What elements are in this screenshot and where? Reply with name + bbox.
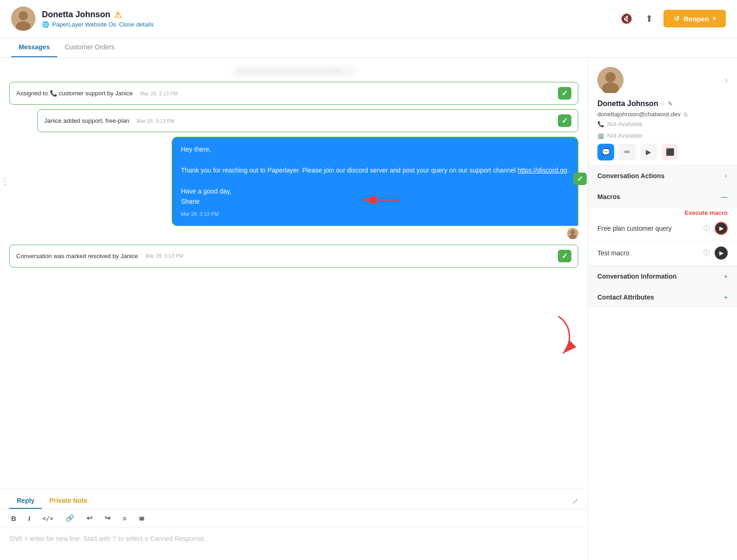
check-badge-janice: ✓	[558, 114, 571, 127]
building-icon: 🏢	[597, 133, 604, 139]
macro-1-run-button[interactable]: ▶	[715, 222, 728, 235]
event-assigned-text: Assigned to 📞 customer support by Janice…	[16, 90, 178, 97]
view-previous-button[interactable]: ▶	[640, 144, 657, 160]
contact-avatar	[597, 67, 623, 93]
unordered-list-button[interactable]: ≡	[121, 513, 129, 523]
copy-email-icon[interactable]: ⧉	[683, 111, 688, 118]
contact-email-value: donettajohnson@chatwoot.dev	[597, 111, 681, 118]
macro-1-actions: ⓘ ▶	[704, 222, 728, 235]
new-conversation-button[interactable]: 💬	[597, 144, 614, 160]
svg-point-1	[19, 11, 28, 20]
contact-action-buttons: 💬 ✏ ▶ ⬛	[597, 144, 728, 160]
tab-messages[interactable]: Messages	[11, 38, 57, 57]
agent-bubble: Hey there, Thank you for reaching out to…	[172, 137, 578, 226]
header: Donetta Johnson ⚠ 🌐 PaperLayer Website O…	[0, 0, 737, 38]
contact-phone-value: Not Available	[607, 120, 643, 127]
contact-section: › Donetta Johnson ○ ✎ donettajohnson@cha…	[588, 58, 737, 166]
code-button[interactable]: </>	[40, 514, 55, 523]
conversation-panel: Para tariou sol ussigned this conversati…	[0, 58, 588, 560]
conv-info-title: Conversation Information	[597, 273, 677, 280]
event-resolved: Conversation was marked resolved by Jani…	[9, 245, 578, 267]
reopen-label: Reopen	[683, 15, 709, 23]
check-badge-resolved: ✓	[558, 250, 571, 262]
contact-status-icon: ○	[661, 100, 665, 107]
bold-button[interactable]: B	[9, 513, 18, 523]
header-avatar	[11, 7, 35, 31]
messages-list: Para tariou sol ussigned this conversati…	[0, 58, 588, 488]
system-message-blurred: Para tariou sol ussigned this conversati…	[9, 65, 578, 77]
contact-email-row: donettajohnson@chatwoot.dev ⧉	[597, 111, 728, 118]
contact-panel-name: Donetta Johnson ○ ✎	[597, 100, 728, 108]
agent-message-wrap: ⋮ Hey there, Thank you for reaching out …	[9, 137, 578, 239]
undo-button[interactable]: ↩	[85, 513, 94, 523]
contact-attr-title: Contact Attributes	[597, 293, 654, 301]
panel-collapse-icon[interactable]: ›	[725, 75, 728, 85]
check-badge-agent: ✓	[573, 173, 587, 185]
macros-collapse-icon: —	[721, 193, 728, 200]
message-options-button[interactable]: ⋮	[1, 176, 9, 187]
macro-2-actions: ⓘ ▶	[704, 247, 728, 260]
platform-name: PaperLayer Website Os	[52, 21, 116, 28]
expand-icon[interactable]: ⤢	[572, 497, 578, 506]
macro-2-info-button[interactable]: ⓘ	[704, 249, 710, 257]
close-details-link[interactable]: Close details	[119, 21, 154, 28]
reply-input[interactable]: Shift + enter for new line. Start with '…	[0, 527, 588, 560]
share-button[interactable]: ⬆	[643, 10, 656, 27]
macro-1-name: Free plan customer query	[597, 225, 672, 232]
event-resolved-text: Conversation was marked resolved by Jani…	[16, 253, 183, 260]
italic-button[interactable]: I	[27, 513, 32, 523]
conv-actions-expand-icon: +	[724, 172, 728, 180]
macros-title: Macros	[597, 193, 620, 200]
conversation-information-section[interactable]: Conversation Information +	[588, 266, 737, 287]
event-assigned: Assigned to 📞 customer support by Janice…	[9, 82, 578, 105]
bubble-meta	[567, 228, 578, 239]
dropdown-arrow-icon: ▾	[713, 15, 716, 22]
phone-icon: 📞	[597, 121, 604, 127]
event-janice-text: Janice added support, free-plan Mar 28, …	[44, 117, 174, 124]
ordered-list-button[interactable]: ≣	[137, 513, 147, 523]
link-button[interactable]: 🔗	[64, 513, 76, 523]
macro-1-info-button[interactable]: ⓘ	[704, 224, 710, 233]
main-tabs: Messages Customer Orders	[0, 38, 737, 58]
right-panel: › Donetta Johnson ○ ✎ donettajohnson@cha…	[588, 58, 737, 560]
agent-avatar-small	[567, 228, 578, 239]
discord-link[interactable]: https://discord.gg	[517, 167, 567, 174]
contact-phone-row: 📞 Not Available	[597, 120, 728, 127]
tab-reply[interactable]: Reply	[9, 493, 42, 509]
globe-icon: 🌐	[42, 21, 49, 28]
reopen-icon: ↺	[674, 14, 680, 23]
macro-item-2: Test macro ⓘ ▶	[588, 241, 737, 266]
conversation-actions-section[interactable]: Conversation Actions +	[588, 166, 737, 187]
contact-attributes-section[interactable]: Contact Attributes +	[588, 287, 737, 308]
header-actions: 🔇 ⬆ ↺ Reopen ▾	[618, 10, 726, 27]
contact-company-row: 🏢 Not Available	[597, 132, 728, 139]
contact-edit-icon[interactable]: ✎	[668, 100, 673, 107]
avatar-image	[11, 7, 35, 31]
reopen-button[interactable]: ↺ Reopen ▾	[663, 10, 726, 27]
macro-2-run-button[interactable]: ▶	[715, 247, 728, 260]
header-info: Donetta Johnson ⚠ 🌐 PaperLayer Website O…	[42, 10, 618, 28]
macros-header[interactable]: Macros —	[588, 187, 737, 207]
mute-button[interactable]: 🔇	[618, 10, 635, 27]
bubble-time: Mar 28, 3:13 PM	[181, 210, 569, 219]
contact-avatar-row: ›	[597, 67, 728, 93]
conv-actions-title: Conversation Actions	[597, 172, 664, 180]
tab-private-note[interactable]: Private Note	[42, 493, 95, 509]
conv-info-expand-icon: +	[724, 273, 728, 280]
system-message-text: Para tariou sol ussigned this conversati…	[232, 65, 355, 77]
block-contact-button[interactable]: ⬛	[662, 144, 678, 160]
header-subtitle: 🌐 PaperLayer Website Os Close details	[42, 21, 618, 28]
execute-macro-annotation: Execute macro	[588, 207, 737, 216]
reply-toolbar: B I </> 🔗 ↩ ↪ ≡ ≣	[0, 509, 588, 527]
reply-area: Reply Private Note ⤢ B I </> 🔗 ↩ ↪ ≡ ≣ S…	[0, 488, 588, 560]
macros-section: Macros — Execute macro Free plan custome…	[588, 187, 737, 266]
event-janice-added: Janice added support, free-plan Mar 28, …	[37, 109, 578, 132]
send-email-button[interactable]: ✏	[619, 144, 636, 160]
main-content: Para tariou sol ussigned this conversati…	[0, 58, 737, 560]
tab-customer-orders[interactable]: Customer Orders	[57, 38, 122, 57]
contact-attr-expand-icon: +	[724, 293, 728, 301]
reply-placeholder: Shift + enter for new line. Start with '…	[9, 535, 206, 542]
redo-button[interactable]: ↪	[103, 513, 113, 523]
contact-company-value: Not Available	[607, 132, 643, 139]
reply-tabs: Reply Private Note ⤢	[0, 488, 588, 509]
